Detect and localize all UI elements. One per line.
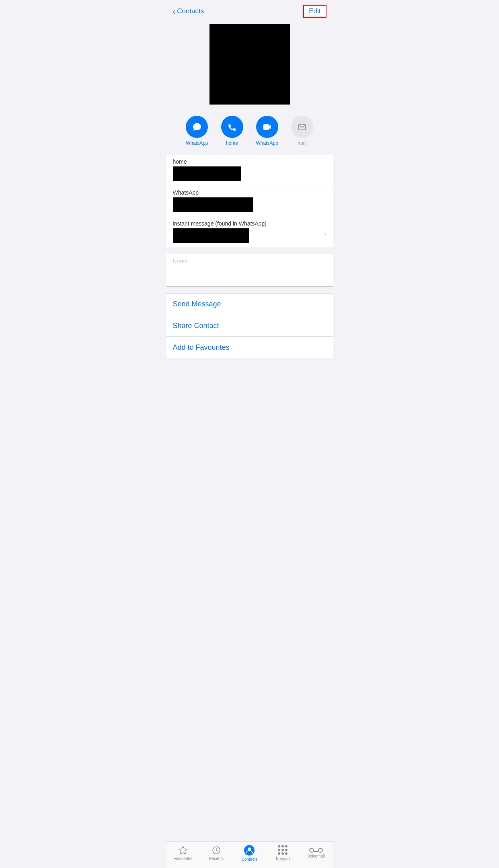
contact-fields-section: home WhatsApp instant message (found in … [166,154,333,247]
whatsapp-video-circle [256,116,278,138]
notes-row[interactable]: Notes [166,254,333,286]
whatsapp-video-button[interactable]: WhatsApp [256,116,278,146]
instant-message-value [173,228,249,243]
phone-icon [227,122,237,132]
video-icon [262,122,272,132]
nav-bar: ‹ Contacts Edit [166,0,333,21]
message-icon [192,122,202,132]
home-call-button[interactable]: home [221,116,243,146]
whatsapp-message-button[interactable]: WhatsApp [186,116,208,146]
whatsapp-number-label: WhatsApp [173,189,327,196]
profile-section [166,21,333,111]
share-contact-action[interactable]: Share Contact [166,315,333,337]
whatsapp-message-circle [186,116,208,138]
action-buttons-row: WhatsApp home WhatsApp [166,111,333,154]
home-phone-label: home [173,158,327,165]
back-button[interactable]: ‹ Contacts [173,7,204,16]
home-phone-value[interactable] [173,166,241,181]
back-label: Contacts [177,7,204,15]
mail-button[interactable]: mail [291,116,313,146]
edit-button[interactable]: Edit [303,5,326,18]
home-phone-row: home [166,154,333,185]
whatsapp-number-row: WhatsApp [166,185,333,216]
mail-label: mail [298,140,306,146]
whatsapp-message-label: WhatsApp [186,140,208,146]
instant-message-label: instant message (found in WhatsApp) [173,220,324,227]
whatsapp-number-value[interactable] [173,197,253,212]
back-chevron-icon: ‹ [173,7,176,16]
add-to-favourites-action[interactable]: Add to Favourites [166,337,333,358]
notes-section: Notes [166,254,333,287]
home-call-circle [221,116,243,138]
mail-circle [291,116,313,138]
mail-icon [297,122,307,132]
profile-photo[interactable] [209,24,290,105]
instant-message-row[interactable]: instant message (found in WhatsApp) › [166,216,333,247]
notes-label: Notes [173,258,327,265]
whatsapp-video-label: WhatsApp [256,140,278,146]
chevron-right-icon: › [324,230,327,238]
send-message-action[interactable]: Send Message [166,293,333,315]
home-call-label: home [226,140,238,146]
action-list: Send Message Share Contact Add to Favour… [166,293,333,358]
